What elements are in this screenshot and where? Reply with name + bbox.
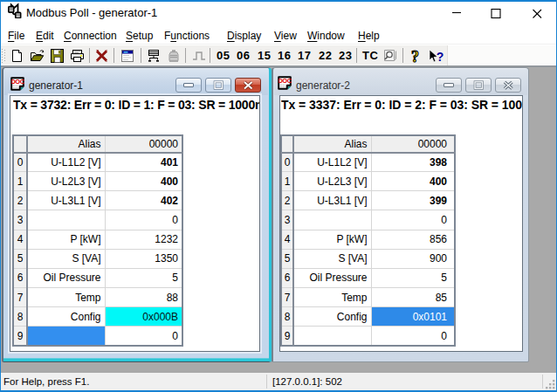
svg-text:DOC: DOC [278,77,292,85]
svg-text:DOC: DOC [10,78,24,86]
svg-text:?: ? [437,50,444,64]
svg-text:?: ? [411,49,419,64]
